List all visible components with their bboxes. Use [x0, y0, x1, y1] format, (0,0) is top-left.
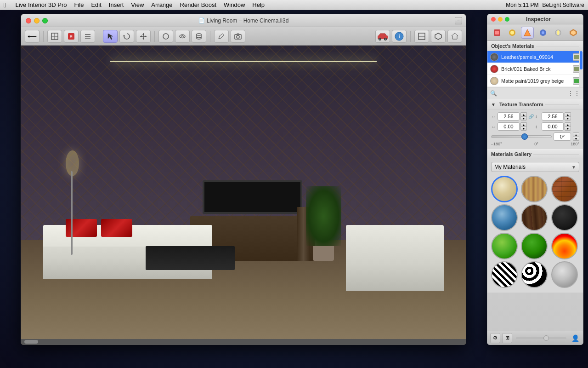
material-search-icon[interactable]: 🔍: [490, 90, 497, 97]
window-minimize-button[interactable]: [34, 18, 40, 23]
svg-point-41: [542, 31, 544, 34]
rotation-step-up[interactable]: ▲: [573, 132, 579, 137]
rotation-step-down[interactable]: ▼: [573, 137, 579, 141]
menu-window[interactable]: Window: [224, 1, 245, 8]
info-btn[interactable]: i: [392, 30, 407, 43]
width-stepper[interactable]: ▲ ▼: [520, 112, 527, 121]
gallery-dropdown-label: My Materials: [494, 164, 526, 170]
view-2d-btn[interactable]: [414, 30, 429, 43]
offset-y-step-up[interactable]: ▲: [565, 122, 571, 126]
viewport[interactable]: [21, 46, 466, 345]
gallery-mat-7[interactable]: [521, 233, 548, 259]
texture-transform-collapse[interactable]: ▼: [491, 102, 496, 107]
menu-insert[interactable]: Insert: [109, 1, 124, 8]
materials-options-btn[interactable]: ⋮⋮: [567, 90, 580, 97]
inspector-size-slider[interactable]: [516, 337, 566, 339]
materials-list[interactable]: Leather/pamela_09014 Brick/001 Baked Bri…: [487, 51, 583, 87]
render-btn[interactable]: R: [64, 30, 79, 43]
menu-file[interactable]: File: [74, 1, 84, 8]
pencil-btn[interactable]: [214, 30, 229, 43]
gallery-mat-5[interactable]: [551, 204, 578, 231]
viewport-scrollbar[interactable]: [21, 339, 466, 345]
rotate-btn[interactable]: [119, 30, 134, 43]
material-item-1[interactable]: Brick/001 Baked Brick: [487, 63, 583, 75]
inspector-tab-light[interactable]: [506, 27, 519, 39]
gallery-mat-9[interactable]: [491, 261, 518, 288]
texture-offset-y-input[interactable]: [542, 122, 564, 131]
menu-help[interactable]: Help: [252, 1, 265, 8]
materials-scrollbar[interactable]: [579, 51, 583, 87]
width-step-down[interactable]: ▼: [520, 116, 527, 121]
inspector-tab-texture[interactable]: [537, 27, 549, 39]
view-home-btn[interactable]: [447, 30, 462, 43]
gallery-dropdown[interactable]: My Materials ▼: [491, 162, 579, 172]
torus-btn[interactable]: [175, 30, 190, 43]
height-step-down[interactable]: ▼: [565, 116, 571, 121]
gallery-section-line: [533, 154, 579, 155]
rotation-input[interactable]: [554, 132, 571, 141]
inspector-settings-btn[interactable]: ⚙: [490, 333, 500, 343]
window-collapse-button[interactable]: –: [455, 17, 462, 24]
back-forward-btn[interactable]: ⟵: [25, 30, 40, 43]
gallery-mat-4[interactable]: [521, 204, 548, 231]
rotation-stepper[interactable]: ▲ ▼: [573, 132, 579, 141]
rotation-thumb[interactable]: [521, 133, 528, 140]
texture-width-input[interactable]: [498, 112, 520, 121]
list-btn[interactable]: [80, 30, 95, 43]
material-item-2[interactable]: Matte paint/1019 grey beige: [487, 75, 583, 87]
gallery-mat-1[interactable]: [521, 176, 548, 202]
inspector-tab-object[interactable]: [491, 27, 503, 39]
menu-app[interactable]: Live Interior 3D Pro: [15, 1, 67, 8]
inspector-size-thumb[interactable]: [543, 335, 549, 341]
width-step-up[interactable]: ▲: [520, 112, 527, 116]
materials-scrollbar-thumb[interactable]: [580, 51, 582, 69]
gallery-mat-2[interactable]: [551, 176, 578, 202]
menubar:  Live Interior 3D Pro File Edit Insert …: [0, 0, 588, 10]
height-icon: ↕: [535, 114, 541, 119]
inspector-grid-btn[interactable]: ⊞: [502, 333, 512, 343]
inspector-tab-scene[interactable]: [567, 27, 580, 39]
inspector-person-icon[interactable]: 👤: [570, 333, 580, 343]
inspector-min-btn[interactable]: [498, 17, 503, 22]
height-stepper[interactable]: ▲ ▼: [565, 112, 571, 121]
inspector-close-btn[interactable]: [491, 17, 496, 22]
gallery-mat-11[interactable]: [551, 261, 578, 288]
floorplan-btn[interactable]: [47, 30, 62, 43]
rotation-slider[interactable]: [491, 135, 552, 138]
car-btn[interactable]: [375, 30, 390, 43]
offset-x-step-up[interactable]: ▲: [520, 122, 527, 126]
menu-arrange[interactable]: Arrange: [151, 1, 172, 8]
gallery-mat-8[interactable]: [551, 233, 578, 259]
gallery-mat-10[interactable]: [521, 261, 548, 288]
menu-render-boost[interactable]: Render Boost: [180, 1, 217, 8]
camera-btn[interactable]: [231, 30, 245, 43]
rotation-row: ▲ ▼: [491, 132, 579, 141]
sphere-btn[interactable]: [158, 30, 173, 43]
view-iso-btn[interactable]: [431, 30, 446, 43]
height-step-up[interactable]: ▲: [565, 112, 571, 116]
gallery-mat-6[interactable]: [491, 233, 518, 259]
cylinder-btn[interactable]: [192, 30, 206, 43]
menu-edit[interactable]: Edit: [91, 1, 101, 8]
offset-x-step-down[interactable]: ▼: [520, 126, 527, 131]
offset-y-stepper[interactable]: ▲ ▼: [565, 122, 571, 131]
scrollbar-thumb[interactable]: [24, 340, 38, 344]
offset-y-step-down[interactable]: ▼: [565, 126, 571, 131]
link-icon[interactable]: 🔗: [528, 113, 534, 120]
window-close-button[interactable]: [26, 18, 31, 23]
select-btn[interactable]: [103, 30, 118, 43]
texture-offset-x-input[interactable]: [498, 122, 520, 131]
right-sofa: [346, 225, 444, 291]
move-btn[interactable]: [136, 30, 151, 43]
apple-menu[interactable]: : [4, 1, 6, 9]
menu-view[interactable]: View: [131, 1, 144, 8]
inspector-tab-material[interactable]: [521, 27, 534, 39]
gallery-mat-3[interactable]: [491, 204, 518, 231]
gallery-mat-0[interactable]: [491, 176, 518, 202]
texture-height-input[interactable]: [542, 112, 564, 121]
offset-x-stepper[interactable]: ▲ ▼: [520, 122, 527, 131]
inspector-max-btn[interactable]: [505, 17, 509, 22]
window-maximize-button[interactable]: [42, 18, 48, 23]
material-item-0[interactable]: Leather/pamela_09014: [487, 51, 583, 63]
inspector-tab-render[interactable]: [552, 27, 565, 39]
